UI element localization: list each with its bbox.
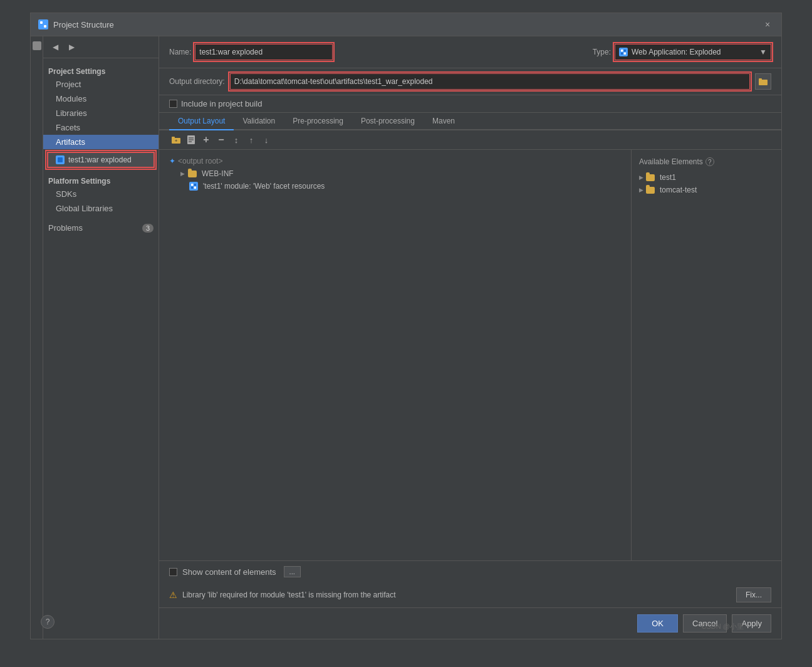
- artifact-icon-inner: [58, 157, 63, 162]
- webinf-folder-icon: [188, 171, 197, 177]
- svg-rect-8: [759, 80, 768, 85]
- svg-rect-1: [44, 21, 46, 24]
- output-dir-input[interactable]: [230, 73, 750, 90]
- webinf-arrow-icon: ▶: [179, 171, 185, 177]
- sidebar-item-artifacts[interactable]: Artifacts: [43, 135, 159, 149]
- svg-rect-6: [621, 53, 623, 55]
- output-dir-row: Output directory:: [159, 68, 781, 95]
- sidebar-item-global-libraries[interactable]: Global Libraries: [43, 201, 159, 216]
- dialog-footer: OK Cancel Apply: [159, 607, 781, 639]
- svg-rect-18: [194, 184, 197, 186]
- available-elements-panel: Available Elements ? ▶ test1 ▶ tomcat-te…: [631, 150, 781, 560]
- toolbar-folder-button[interactable]: +: [169, 133, 183, 147]
- avail-tomcat-label: tomcat-test: [660, 186, 697, 194]
- main-panel: Name: Type: Web Application: Exploded ▼: [159, 36, 781, 639]
- watermark: CSDN @小里: [702, 622, 744, 631]
- webinf-label: WEB-INF: [202, 169, 234, 178]
- toolbar-down-button[interactable]: ↓: [259, 133, 273, 147]
- toolbar-remove-button[interactable]: −: [214, 133, 228, 147]
- include-build-checkbox[interactable]: [169, 100, 177, 108]
- sidebar-item-libraries[interactable]: Libraries: [43, 106, 159, 120]
- help-circle-icon: ?: [705, 157, 714, 166]
- avail-test1-arrow-icon: ▶: [639, 174, 643, 181]
- tab-maven[interactable]: Maven: [424, 113, 464, 130]
- app-icon: [38, 19, 48, 29]
- sidebar-item-modules[interactable]: Modules: [43, 92, 159, 106]
- module-resource-icon: [189, 182, 198, 191]
- warning-text: Library 'lib' required for module 'test1…: [182, 591, 396, 599]
- svg-rect-3: [44, 25, 46, 28]
- ok-button[interactable]: OK: [637, 614, 678, 633]
- title-bar-left: Project Structure: [38, 19, 114, 29]
- svg-rect-19: [191, 187, 194, 189]
- svg-rect-7: [624, 53, 627, 55]
- nav-back-button[interactable]: ◀: [48, 40, 62, 54]
- sidebar-item-sdks[interactable]: SDKs: [43, 187, 159, 201]
- output-tree: ✦ <output root> ▶ WEB-INF: [159, 150, 631, 560]
- tab-pre-processing[interactable]: Pre-processing: [284, 113, 352, 130]
- type-dropdown-label: Web Application: Exploded: [632, 48, 751, 56]
- close-button[interactable]: ×: [761, 18, 774, 31]
- tree-item-webinf[interactable]: ▶ WEB-INF: [159, 167, 631, 180]
- fix-button[interactable]: Fix...: [736, 587, 771, 602]
- svg-rect-17: [191, 184, 194, 186]
- warning-row: ⚠ Library 'lib' required for module 'tes…: [159, 582, 781, 607]
- platform-settings-header: Platform Settings: [43, 173, 159, 187]
- toolbar-add-button[interactable]: +: [199, 133, 213, 147]
- output-content: ✦ <output root> ▶ WEB-INF: [159, 150, 781, 560]
- name-field-group: Name:: [169, 44, 333, 60]
- name-input[interactable]: [195, 44, 333, 60]
- svg-rect-0: [40, 21, 43, 24]
- output-root-label: <output root>: [178, 157, 222, 165]
- tree-item-root[interactable]: ✦ <output root>: [159, 155, 631, 167]
- svg-text:+: +: [175, 138, 178, 144]
- available-elements-label: Available Elements: [639, 157, 703, 166]
- svg-rect-2: [40, 25, 43, 28]
- output-root-icon: ✦: [169, 157, 175, 165]
- tree-item-module-resources[interactable]: 'test1' module: 'Web' facet resources: [159, 180, 631, 192]
- show-content-label: Show content of elements: [182, 567, 276, 577]
- tab-output-layout[interactable]: Output Layout: [169, 113, 234, 130]
- module-resources-label: 'test1' module: 'Web' facet resources: [203, 182, 325, 191]
- warning-icon: ⚠: [169, 590, 177, 600]
- tab-validation[interactable]: Validation: [234, 113, 284, 130]
- name-label: Name:: [169, 48, 191, 56]
- artifact-header: Name: Type: Web Application: Exploded ▼: [159, 36, 781, 68]
- avail-item-tomcat-test[interactable]: ▶ tomcat-test: [632, 184, 781, 196]
- avail-item-test1[interactable]: ▶ test1: [632, 171, 781, 184]
- dropdown-arrow-icon: ▼: [759, 48, 767, 56]
- output-dir-label: Output directory:: [169, 77, 225, 86]
- artifact-icon: [56, 155, 65, 164]
- toolbar-sort-button[interactable]: ↕: [229, 133, 243, 147]
- tabs-row: Output Layout Validation Pre-processing …: [159, 113, 781, 130]
- include-build-row: Include in project build: [159, 95, 781, 113]
- sidebar-item-facets[interactable]: Facets: [43, 120, 159, 135]
- sidebar-item-project[interactable]: Project: [43, 77, 159, 92]
- toolbar-up-button[interactable]: ↑: [244, 133, 258, 147]
- browse-button[interactable]: [755, 73, 771, 90]
- sidebar-tree: Project Settings Project Modules Librari…: [43, 58, 159, 639]
- type-label: Type:: [593, 48, 611, 56]
- avail-tomcat-arrow-icon: ▶: [639, 187, 643, 193]
- svg-rect-9: [759, 78, 762, 80]
- title-bar: Project Structure ×: [31, 13, 781, 36]
- avail-test1-label: test1: [660, 173, 676, 182]
- svg-rect-20: [194, 187, 197, 189]
- show-content-button[interactable]: ...: [284, 566, 301, 577]
- toolbar-file-button[interactable]: [184, 133, 198, 147]
- dialog-title: Project Structure: [53, 20, 114, 29]
- project-settings-header: Project Settings: [43, 63, 159, 77]
- tab-post-processing[interactable]: Post-processing: [352, 113, 424, 130]
- nav-forward-button[interactable]: ▶: [65, 40, 78, 54]
- help-button[interactable]: ?: [41, 615, 55, 629]
- sidebar: ◀ ▶ Project Settings Project Modules Lib…: [43, 36, 159, 639]
- left-strip: [31, 36, 43, 639]
- problems-row[interactable]: Problems 3: [43, 221, 159, 235]
- type-dropdown[interactable]: Web Application: Exploded ▼: [615, 44, 771, 60]
- bottom-row: Show content of elements ...: [159, 560, 781, 582]
- show-content-checkbox[interactable]: [169, 568, 177, 576]
- content-area: ◀ ▶ Project Settings Project Modules Lib…: [31, 36, 781, 639]
- type-dropdown-icon: [619, 48, 628, 56]
- avail-test1-folder-icon: [646, 174, 655, 181]
- artifact-tree-item[interactable]: test1:war exploded: [47, 152, 155, 168]
